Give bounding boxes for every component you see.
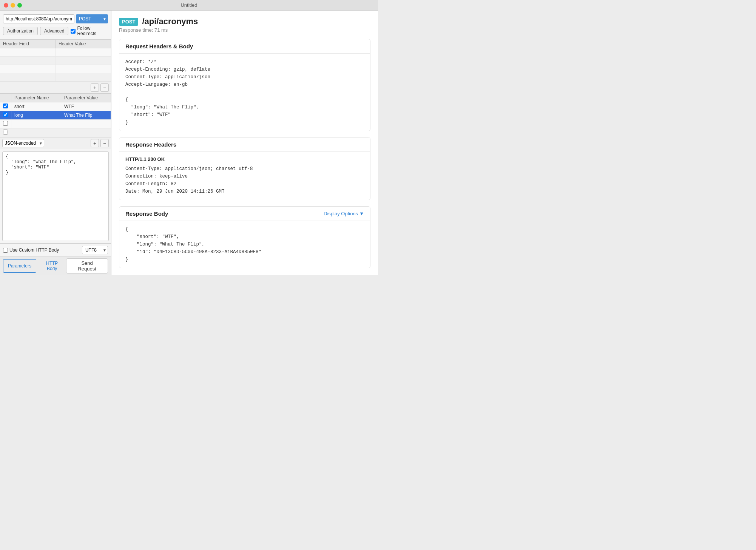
display-options-button[interactable]: Display Options ▼ [324, 211, 364, 216]
table-row [0, 65, 111, 73]
headers-table: Header Field Header Value [0, 40, 111, 82]
endpoint-header: POST /api/acronyms [119, 17, 370, 26]
response-time-label: Response time: [119, 27, 153, 33]
utf-select[interactable]: UTF8UTF16ASCII [82, 246, 108, 254]
request-headers-card: Request Headers & Body Accept: */* Accep… [119, 39, 370, 131]
table-row [0, 102, 111, 111]
response-time: Response time: 71 ms [119, 27, 370, 33]
request-headers-content: Accept: */* Accept-Encoding: gzip, defla… [125, 58, 364, 126]
custom-body-row: Use Custom HTTP Body UTF8UTF16ASCII ▼ [0, 243, 111, 256]
params-btn-group: + − [91, 139, 109, 147]
params-section: Parameter Name Parameter Value [0, 94, 111, 149]
body-preview [0, 149, 111, 243]
response-body-card: Response Body Display Options ▼ { "short… [119, 206, 370, 268]
table-row [0, 73, 111, 82]
url-row: GETPOSTPUTDELETEPATCHHEADOPTIONS ▼ [3, 14, 108, 23]
options-row: Authorization Advanced Follow Redirects [3, 26, 108, 36]
param-check-cell[interactable] [0, 128, 11, 137]
headers-col-field: Header Field [0, 40, 56, 48]
bottom-tabs: Parameters HTTP Body Send Request [0, 256, 111, 275]
http-status: HTTP/1.1 200 OK [125, 156, 364, 162]
header-value-cell[interactable] [56, 48, 111, 57]
left-panel: GETPOSTPUTDELETEPATCHHEADOPTIONS ▼ Autho… [0, 11, 111, 275]
response-headers-body: HTTP/1.1 200 OK Content-Type: applicatio… [119, 152, 370, 200]
param-name-cell[interactable] [11, 120, 61, 128]
display-options-chevron-icon: ▼ [359, 211, 364, 216]
param-name-cell[interactable] [11, 102, 61, 111]
encoding-select[interactable]: JSON-encodedURL-encodedMultipart [2, 139, 44, 147]
response-headers-card: Response Headers HTTP/1.1 200 OK Content… [119, 137, 370, 200]
params-col-value: Parameter Value [61, 94, 111, 102]
method-badge: POST [119, 18, 138, 26]
encoding-wrapper: JSON-encodedURL-encodedMultipart ▼ [2, 139, 44, 147]
headers-remove-button[interactable]: − [100, 83, 109, 92]
follow-redirects-text: Follow Redirects [77, 26, 108, 36]
header-field-cell[interactable] [0, 65, 56, 73]
body-textarea[interactable] [2, 151, 109, 241]
custom-body-label[interactable]: Use Custom HTTP Body [3, 247, 59, 253]
method-wrapper: GETPOSTPUTDELETEPATCHHEADOPTIONS ▼ [76, 14, 108, 23]
param-checkbox[interactable] [3, 104, 8, 108]
close-button[interactable] [4, 3, 8, 8]
param-value-cell[interactable] [61, 111, 111, 120]
param-checkbox[interactable] [3, 112, 8, 117]
param-check-cell[interactable] [0, 120, 11, 128]
param-name-cell[interactable] [11, 128, 61, 137]
headers-section: Header Field Header Value + [0, 40, 111, 94]
follow-redirects-checkbox[interactable] [71, 29, 76, 34]
tab-http-body[interactable]: HTTP Body [38, 259, 66, 273]
utf-wrapper: UTF8UTF16ASCII ▼ [82, 246, 108, 254]
headers-add-button[interactable]: + [91, 83, 99, 92]
minimize-button[interactable] [11, 3, 15, 8]
endpoint-section: POST /api/acronyms Response time: 71 ms [119, 17, 370, 33]
display-options-label: Display Options [324, 211, 358, 216]
response-body-title: Response Body [125, 210, 168, 217]
param-value-cell[interactable] [61, 102, 111, 111]
advanced-button[interactable]: Advanced [40, 27, 68, 35]
follow-redirects-label[interactable]: Follow Redirects [71, 26, 108, 36]
response-body-header: Response Body Display Options ▼ [119, 207, 370, 221]
request-headers-title: Request Headers & Body [119, 39, 370, 54]
param-value-cell[interactable] [61, 128, 111, 137]
params-col-name: Parameter Name [11, 94, 61, 102]
headers-table-container: Header Field Header Value [0, 40, 111, 82]
custom-body-text: Use Custom HTTP Body [9, 247, 59, 253]
endpoint-path: /api/acronyms [142, 17, 198, 26]
titlebar: Untitled [0, 0, 378, 11]
param-checkbox[interactable] [3, 130, 8, 134]
table-row [0, 57, 111, 65]
param-check-cell[interactable] [0, 111, 11, 120]
authorization-button[interactable]: Authorization [3, 27, 38, 35]
send-request-button[interactable]: Send Request [66, 258, 108, 273]
params-remove-button[interactable]: − [100, 139, 109, 147]
main-content: GETPOSTPUTDELETEPATCHHEADOPTIONS ▼ Autho… [0, 11, 378, 275]
param-checkbox[interactable] [3, 121, 8, 126]
table-row [0, 111, 111, 120]
response-body-code: { "short": "WTF", "long": "What The Flip… [125, 226, 364, 263]
maximize-button[interactable] [17, 3, 22, 8]
response-headers-content: Content-Type: application/json; charset=… [125, 165, 364, 195]
header-value-cell[interactable] [56, 57, 111, 65]
url-input[interactable] [3, 14, 74, 23]
param-name-cell[interactable] [11, 111, 61, 120]
response-headers-title: Response Headers [119, 138, 370, 152]
header-field-cell[interactable] [0, 73, 56, 82]
tabs-group: Parameters HTTP Body [3, 259, 66, 273]
param-value-cell[interactable] [61, 120, 111, 128]
header-value-cell[interactable] [56, 73, 111, 82]
custom-body-checkbox[interactable] [3, 248, 8, 253]
params-col-check [0, 94, 11, 102]
headers-toolbar: + − [0, 82, 111, 93]
window-controls [4, 3, 22, 8]
params-toolbar: JSON-encodedURL-encodedMultipart ▼ + − [0, 137, 111, 149]
response-time-value: 71 ms [154, 27, 168, 33]
tab-parameters[interactable]: Parameters [3, 259, 36, 273]
table-row [0, 120, 111, 128]
param-check-cell[interactable] [0, 102, 11, 111]
right-panel: POST /api/acronyms Response time: 71 ms … [111, 11, 378, 275]
method-select[interactable]: GETPOSTPUTDELETEPATCHHEADOPTIONS [76, 14, 108, 23]
header-field-cell[interactable] [0, 48, 56, 57]
header-field-cell[interactable] [0, 57, 56, 65]
header-value-cell[interactable] [56, 65, 111, 73]
params-add-button[interactable]: + [91, 139, 99, 147]
